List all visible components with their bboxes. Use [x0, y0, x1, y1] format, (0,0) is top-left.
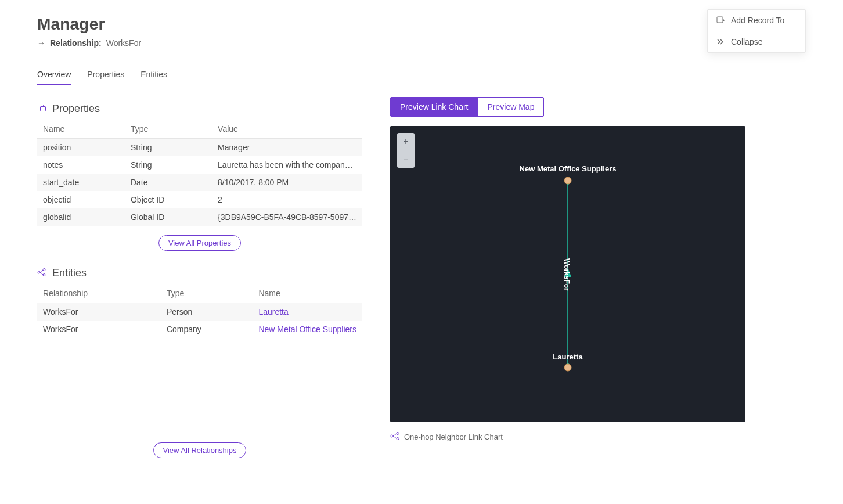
table-row: WorksForPersonLauretta [37, 303, 362, 321]
svg-point-4 [43, 274, 45, 276]
collapse-menu-item[interactable]: Collapse [708, 31, 805, 52]
chart-caption: One-hop Neighbor Link Chart [390, 431, 806, 442]
add-record-to-menu-item[interactable]: Add Record To [708, 10, 805, 31]
entities-col-relationship: Relationship [37, 284, 161, 303]
breadcrumb: → Relationship: WorksFor [37, 38, 806, 48]
properties-col-type: Type [125, 120, 212, 139]
tab-overview[interactable]: Overview [37, 65, 71, 85]
tab-entities[interactable]: Entities [140, 65, 167, 85]
properties-title: Properties [52, 103, 100, 115]
entities-icon [37, 268, 46, 279]
table-row: objectidObject ID2 [37, 191, 362, 208]
node-top-label: New Metal Office Suppliers [520, 164, 617, 173]
properties-col-name: Name [37, 120, 125, 139]
table-row: start_dateDate8/10/2017, 8:00 PM [37, 174, 362, 191]
link-chart-canvas[interactable]: + − WorksFor New Metal Office [390, 126, 745, 422]
table-row: positionStringManager [37, 139, 362, 157]
relationship-label: Relationship: [50, 38, 102, 48]
entities-col-type: Type [161, 284, 253, 303]
svg-point-13 [397, 438, 399, 440]
table-row: globalidGlobal ID{3DB9A59C-B5FA-49CB-859… [37, 208, 362, 226]
node-top[interactable] [564, 177, 571, 184]
preview-toggle: Preview Link Chart Preview Map [390, 97, 544, 117]
chart-caption-text: One-hop Neighbor Link Chart [404, 433, 503, 441]
preview-link-chart-button[interactable]: Preview Link Chart [391, 98, 478, 116]
relationship-value: WorksFor [106, 38, 141, 48]
properties-icon [37, 103, 46, 114]
preview-map-button[interactable]: Preview Map [478, 98, 544, 116]
entity-link[interactable]: Lauretta [258, 307, 288, 316]
add-record-to-label: Add Record To [731, 16, 784, 25]
entity-link[interactable]: New Metal Office Suppliers [258, 325, 356, 334]
node-bottom-label: Lauretta [553, 352, 583, 361]
svg-rect-1 [41, 107, 46, 111]
svg-point-12 [397, 433, 399, 435]
tab-bar: Overview Properties Entities [37, 65, 806, 85]
view-all-properties-button[interactable]: View All Properties [158, 235, 241, 251]
tab-properties[interactable]: Properties [87, 65, 124, 85]
svg-point-11 [391, 435, 393, 437]
page-title: Manager [37, 15, 806, 34]
edge-label: WorksFor [563, 258, 571, 291]
properties-section-header: Properties [37, 103, 362, 115]
svg-point-3 [43, 269, 45, 271]
svg-rect-14 [717, 17, 723, 23]
svg-point-2 [38, 271, 40, 273]
graph-icon [390, 431, 399, 442]
collapse-label: Collapse [731, 37, 762, 46]
svg-point-9 [564, 177, 571, 184]
node-bottom[interactable] [564, 364, 571, 371]
table-row: notesStringLauretta has been with the co… [37, 156, 362, 174]
properties-col-value: Value [212, 120, 362, 139]
entities-col-name: Name [253, 284, 362, 303]
add-to-icon [716, 16, 725, 25]
properties-table: Name Type Value positionStringManager no… [37, 120, 362, 226]
svg-point-10 [564, 364, 571, 371]
action-menu: Add Record To Collapse [707, 9, 806, 53]
chevrons-right-icon [716, 37, 725, 46]
entities-section-header: Entities [37, 267, 362, 279]
table-row: WorksForCompanyNew Metal Office Supplier… [37, 321, 362, 338]
entities-table: Relationship Type Name WorksForPersonLau… [37, 284, 362, 338]
view-all-relationships-button[interactable]: View All Relationships [153, 442, 247, 458]
entities-title: Entities [52, 267, 87, 279]
arrow-right-icon: → [37, 38, 45, 48]
